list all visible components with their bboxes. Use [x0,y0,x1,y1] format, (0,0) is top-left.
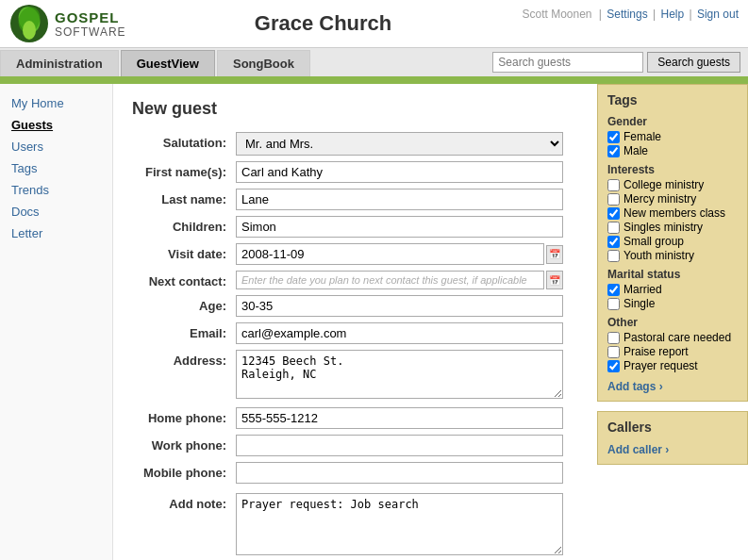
tab-songbook[interactable]: SongBook [217,50,310,76]
tag-male-checkbox[interactable] [607,145,620,157]
tab-guestview[interactable]: GuestView [121,50,215,76]
sidebar-item-trends[interactable]: Trends [9,180,103,200]
tag-smallgroup-checkbox[interactable] [607,236,620,248]
visitdate-wrap: 📅 [236,243,563,265]
address-row: Address: 12345 Beech St. Raleigh, NC [132,350,563,402]
salutation-label: Salutation: [132,132,236,150]
tags-panel-title: Tags [607,92,738,107]
logo-area: Gospel Software [9,4,126,43]
address-textarea[interactable]: 12345 Beech St. Raleigh, NC [236,350,563,399]
tag-youth-label: Youth ministry [623,249,694,262]
tag-female-label: Female [623,130,661,143]
addnote-control: Prayer request: Job search [236,493,563,558]
workphone-input[interactable] [236,435,563,456]
email-input[interactable] [236,322,563,344]
tag-youth-checkbox[interactable] [607,250,620,262]
logo-line1: Gospel [55,9,126,25]
search-button[interactable]: Search guests [647,52,740,73]
sidebar-item-letter[interactable]: Letter [9,223,103,243]
gender-section-label: Gender [607,115,738,128]
tag-newmembers: New members class [607,206,738,220]
workphone-label: Work phone: [132,435,236,453]
signout-link[interactable]: Sign out [697,8,739,21]
tag-male: Male [607,144,738,157]
add-caller-link[interactable]: Add caller › [607,443,669,456]
children-label: Children: [132,216,236,234]
tag-female-checkbox[interactable] [607,131,620,143]
tag-singles-checkbox[interactable] [607,222,620,234]
age-label: Age: [132,295,236,313]
interests-section-label: Interests [607,163,738,176]
tag-prayer: Prayer request [607,359,738,372]
settings-link[interactable]: Settings [607,8,647,21]
tag-pastoral: Pastoral care needed [607,331,738,344]
age-input[interactable] [236,295,563,317]
tag-mercy-checkbox[interactable] [607,193,620,206]
firstname-label: First name(s): [132,161,236,179]
sidebar-item-tags[interactable]: Tags [9,158,103,178]
search-area: Search guests [485,48,748,76]
addnote-row: Add note: Prayer request: Job search [132,493,563,558]
sidebar-item-users[interactable]: Users [9,137,103,156]
tag-prayer-checkbox[interactable] [607,360,620,372]
firstname-input[interactable] [236,161,563,183]
sidebar-item-myhome[interactable]: My Home [9,93,103,113]
mobilephone-input[interactable] [236,462,563,484]
salutation-control: Mr. and Mrs. Mr. Mrs. Ms. Dr. Rev. [236,132,563,156]
tag-pastoral-label: Pastoral care needed [623,331,731,344]
tab-administration[interactable]: Administration [0,50,119,76]
lastname-input[interactable] [236,189,563,210]
nextcontact-input[interactable] [236,271,544,289]
nextcontact-calendar-icon[interactable]: 📅 [546,271,563,289]
addnote-textarea[interactable]: Prayer request: Job search [236,493,563,555]
salutation-select[interactable]: Mr. and Mrs. Mr. Mrs. Ms. Dr. Rev. [236,132,563,156]
content-area: New guest Salutation: Mr. and Mrs. Mr. M… [113,84,582,560]
nextcontact-wrap: 📅 [236,271,563,289]
visitdate-calendar-icon[interactable]: 📅 [546,245,563,264]
sidebar-item-docs[interactable]: Docs [9,202,103,222]
navbar: Administration GuestView SongBook Search… [0,48,748,78]
logo-line2: Software [55,25,126,39]
tag-college-checkbox[interactable] [607,179,620,191]
tag-newmembers-checkbox[interactable] [607,207,620,220]
tag-praise-label: Praise report [623,345,689,358]
tags-box: Tags Gender Female Male Interests Colleg… [597,84,748,402]
mobilephone-label: Mobile phone: [132,462,236,480]
mobilephone-row: Mobile phone: [132,462,563,484]
tag-single-checkbox[interactable] [607,298,620,310]
user-bar: Scott Moonen | Settings | Help | Sign ou… [520,4,739,21]
children-input[interactable] [236,216,563,238]
search-input[interactable] [492,52,643,73]
addnote-label: Add note: [132,493,236,511]
tag-college-label: College ministry [623,178,704,191]
logo-icon [9,4,49,43]
site-title: Grace Church [126,11,521,36]
tag-singles-label: Singles ministry [623,221,703,234]
tag-college: College ministry [607,178,738,191]
tag-married-checkbox[interactable] [607,284,620,296]
svg-point-3 [23,21,36,40]
page-title: New guest [132,99,563,119]
age-row: Age: [132,295,563,317]
homephone-row: Home phone: [132,407,563,429]
tag-singles: Singles ministry [607,221,738,234]
nextcontact-row: Next contact: 📅 [132,271,563,289]
address-label: Address: [132,350,236,368]
visitdate-input[interactable] [236,243,544,265]
help-link[interactable]: Help [660,8,684,21]
tag-mercy: Mercy ministry [607,192,738,206]
homephone-input[interactable] [236,407,563,429]
firstname-control [236,161,563,183]
children-row: Children: [132,216,563,238]
tag-praise-checkbox[interactable] [607,346,620,358]
marital-section-label: Marital status [607,268,738,281]
logo-text-block: Gospel Software [55,9,126,39]
tag-pastoral-checkbox[interactable] [607,332,620,344]
lastname-row: Last name: [132,189,563,210]
add-tags-link[interactable]: Add tags › [607,380,738,393]
callers-panel-title: Callers [607,420,738,435]
tag-male-label: Male [623,144,648,157]
sidebar-item-guests[interactable]: Guests [9,115,103,135]
nextcontact-label: Next contact: [132,271,236,288]
lastname-control [236,189,563,210]
